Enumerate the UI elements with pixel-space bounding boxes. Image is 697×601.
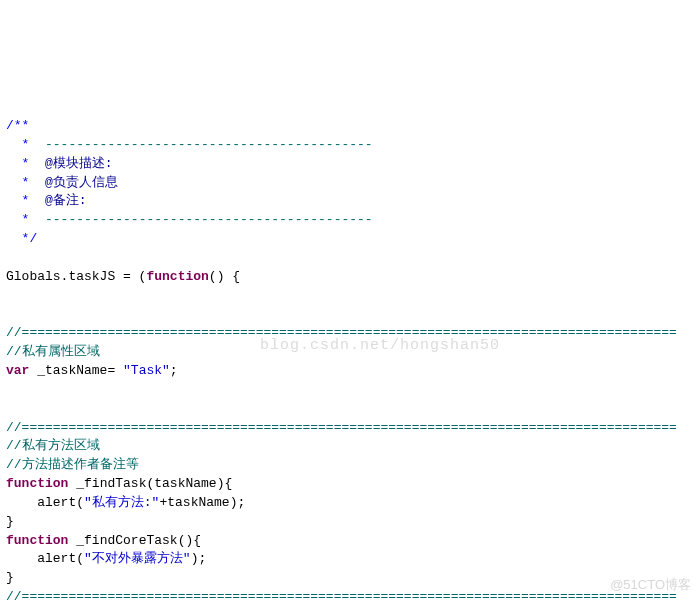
code-line: function _findTask(taskName){ [6,476,232,491]
code-line: function _findCoreTask(){ [6,533,201,548]
doc-end: */ [6,231,37,246]
code-line: Globals.taskJS = (function() { [6,269,240,284]
doc-start: /** [6,118,29,133]
doc-tag: @模块描述: [45,156,113,171]
doc-tag: @备注: [45,193,87,208]
doc-dash: ----------------------------------------… [45,137,373,152]
comment: //方法描述作者备注等 [6,457,139,472]
code-line: alert("不对外暴露方法"); [6,551,206,566]
code-line: } [6,570,14,585]
doc-star: * [6,156,45,171]
doc-star: * [6,175,45,190]
doc-star: * [6,193,45,208]
doc-dash: ----------------------------------------… [45,212,373,227]
comment: //私有属性区域 [6,344,100,359]
separator: //======================================… [6,589,677,601]
code-line: var _taskName= "Task"; [6,363,178,378]
code-line: alert("私有方法:"+taskName); [6,495,245,510]
separator: //======================================… [6,325,677,340]
doc-star: * [6,212,45,227]
comment: //私有方法区域 [6,438,100,453]
doc-tag: @负责人信息 [45,175,118,190]
doc-star: * [6,137,45,152]
separator: //======================================… [6,420,677,435]
code-line: } [6,514,14,529]
code-block: /** * ----------------------------------… [6,118,677,601]
